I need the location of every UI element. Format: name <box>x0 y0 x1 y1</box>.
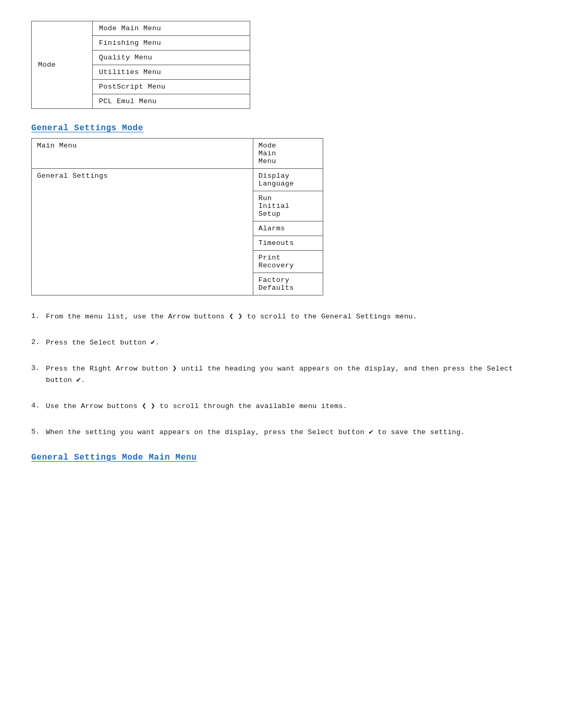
right-arrow-icon: ❯ <box>238 312 243 320</box>
mode-row-cell: Quality Menu <box>92 51 250 65</box>
settings-right-cell: Print Recovery <box>253 251 323 273</box>
steps-list: 1. From the menu list, use the Arrow but… <box>31 311 532 438</box>
step-text: Press the Right Arrow button ❯ until the… <box>46 363 532 386</box>
check-icon: ✔ <box>77 376 81 384</box>
step-item: 1. From the menu list, use the Arrow but… <box>31 311 532 323</box>
step-item: 5. When the setting you want appears on … <box>31 427 532 438</box>
bottom-heading: General Settings Mode Main Menu <box>31 453 532 462</box>
step-number: 5. <box>31 427 46 438</box>
left-arrow-icon: ❮ <box>142 402 146 410</box>
general-settings-heading: General Settings Mode <box>31 124 532 133</box>
step-text: Use the Arrow buttons ❮ ❯ to scroll thro… <box>46 401 532 412</box>
settings-right-cell: Mode Main Menu <box>253 139 323 169</box>
settings-right-cell: Run Initial Setup <box>253 191 323 221</box>
settings-left-cell: General Settings <box>32 169 253 295</box>
mode-label-cell: Mode <box>32 21 93 109</box>
step-item: 4. Use the Arrow buttons ❮ ❯ to scroll t… <box>31 401 532 412</box>
settings-right-cell: Factory Defaults <box>253 273 323 295</box>
mode-row-cell: PCL Emul Menu <box>92 94 250 109</box>
mode-row-cell: Finishing Menu <box>92 36 250 51</box>
mode-row-cell: PostScript Menu <box>92 80 250 94</box>
general-settings-table: Main MenuMode Main MenuGeneral SettingsD… <box>31 138 323 295</box>
right-arrow-icon: ❯ <box>151 402 155 410</box>
general-settings-section: General Settings Mode Main MenuMode Main… <box>31 124 532 295</box>
step-item: 3. Press the Right Arrow button ❯ until … <box>31 363 532 386</box>
step-item: 2. Press the Select button ✔. <box>31 337 532 349</box>
step-text: From the menu list, use the Arrow button… <box>46 311 532 323</box>
settings-right-cell: Timeouts <box>253 236 323 251</box>
mode-row-cell: Mode Main Menu <box>92 21 250 36</box>
mode-row-cell: Utilities Menu <box>92 65 250 80</box>
left-arrow-icon: ❮ <box>229 312 234 320</box>
step-text: Press the Select button ✔. <box>46 337 532 349</box>
step-number: 4. <box>31 401 46 412</box>
step-number: 2. <box>31 337 46 348</box>
step-number: 3. <box>31 363 46 374</box>
mode-table: ModeMode Main MenuFinishing MenuQuality … <box>31 21 250 109</box>
step-number: 1. <box>31 311 46 322</box>
check-icon: ✔ <box>151 338 155 347</box>
settings-right-cell: Alarms <box>253 221 323 236</box>
settings-left-cell: Main Menu <box>32 139 253 169</box>
right-arrow-icon: ❯ <box>173 364 177 373</box>
step-text: When the setting you want appears on the… <box>46 427 532 438</box>
check-icon: ✔ <box>369 428 373 436</box>
settings-right-cell: Display Language <box>253 169 323 191</box>
